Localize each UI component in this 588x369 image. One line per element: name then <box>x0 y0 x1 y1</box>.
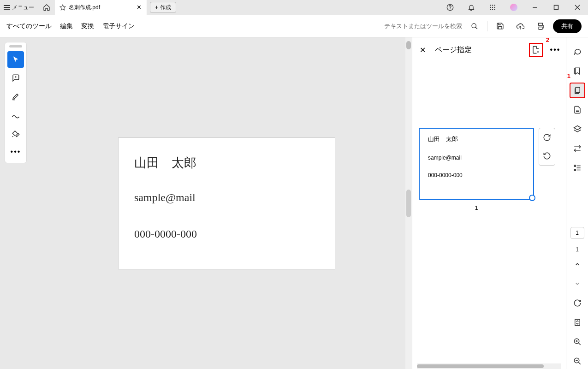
panel-header: ✕ ページ指定 2 ••• <box>412 37 566 62</box>
page-up-button[interactable] <box>570 256 585 272</box>
page-total-label: 1 <box>576 246 579 253</box>
edit-menu[interactable]: 編集 <box>60 22 73 30</box>
cloud-upload-button[interactable] <box>512 18 528 34</box>
layers-panel-button[interactable] <box>570 121 585 137</box>
rotate-ccw-icon <box>543 152 551 160</box>
titlebar: メニュー 名刺作成.pdf × + 作成 <box>0 0 588 15</box>
apps-button[interactable] <box>482 0 503 15</box>
canvas-area[interactable]: 山田 太郎 sample@mail 000-0000-000 <box>27 37 412 369</box>
print-button[interactable] <box>533 18 548 34</box>
svg-point-9 <box>490 9 491 10</box>
search-label[interactable]: テキストまたはツールを検索 <box>384 22 462 30</box>
toolbar: すべてのツール 編集 変換 電子サイン テキストまたはツールを検索 共有 <box>0 15 588 37</box>
draw-tool[interactable] <box>7 107 24 123</box>
svg-point-3 <box>490 5 491 6</box>
file-panel-button[interactable] <box>570 102 585 118</box>
svg-point-16 <box>472 24 476 28</box>
thumbnail-wrapper: 山田 太郎 sample@mail 000-0000-000 1 <box>419 128 559 211</box>
compare-panel-button[interactable] <box>570 141 585 156</box>
save-button[interactable] <box>492 18 508 34</box>
structure-icon <box>573 164 582 172</box>
menu-button[interactable]: メニュー <box>0 0 38 15</box>
page-thumbnail[interactable]: 山田 太郎 sample@mail 000-0000-000 <box>419 128 534 200</box>
toolbar-right: テキストまたはツールを検索 共有 <box>384 18 582 34</box>
scrollbar-thumb[interactable] <box>406 41 411 49</box>
fit-page-icon <box>573 318 582 327</box>
bell-icon <box>468 4 475 11</box>
search-button[interactable] <box>467 18 482 34</box>
page-thumbnails-button[interactable] <box>570 83 585 98</box>
cloud-upload-icon <box>516 22 524 30</box>
svg-point-6 <box>490 7 491 8</box>
hscroll-thumb[interactable] <box>417 364 544 368</box>
comment-icon <box>12 74 20 82</box>
document-page[interactable]: 山田 太郎 sample@mail 000-0000-000 <box>118 137 335 269</box>
bookmark-icon <box>573 67 582 75</box>
close-window-button[interactable] <box>567 0 588 15</box>
share-button[interactable]: 共有 <box>553 19 582 33</box>
file-icon <box>573 106 582 114</box>
tab-title: 名刺作成.pdf <box>69 4 100 12</box>
layers-icon <box>573 125 582 133</box>
annotation-1: 1 <box>567 72 570 79</box>
vertical-scrollbar[interactable] <box>405 37 412 369</box>
svg-rect-33 <box>574 169 576 171</box>
thumb-name: 山田 太郎 <box>428 135 525 143</box>
tab-close-button[interactable]: × <box>135 3 143 12</box>
zoom-in-button[interactable] <box>570 334 585 350</box>
account-button[interactable] <box>503 0 524 15</box>
sign-tool[interactable] <box>7 125 24 142</box>
thumb-phone: 000-0000-000 <box>428 172 525 179</box>
chevron-up-icon <box>574 261 581 268</box>
panel-title: ページ指定 <box>435 45 472 55</box>
rotate-cw-icon <box>543 133 551 142</box>
comments-icon <box>573 48 582 56</box>
insert-page-button[interactable] <box>529 43 543 57</box>
help-icon <box>446 4 454 11</box>
highlight-tool[interactable] <box>7 88 24 105</box>
more-tools[interactable]: ••• <box>7 143 24 160</box>
all-tools-menu[interactable]: すべてのツール <box>6 22 52 30</box>
svg-marker-29 <box>574 126 581 130</box>
esign-menu[interactable]: 電子サイン <box>102 22 135 30</box>
page-down-button[interactable] <box>570 276 585 292</box>
rotate-view-button[interactable] <box>570 295 585 311</box>
bookmarks-panel-button[interactable] <box>570 63 585 79</box>
pages-icon <box>573 86 582 95</box>
notifications-button[interactable] <box>461 0 482 15</box>
zoom-out-button[interactable] <box>570 353 585 369</box>
page-number-input[interactable]: 1 <box>570 227 584 239</box>
rotate-cw-button[interactable] <box>539 128 555 147</box>
close-icon <box>575 5 580 10</box>
pages-panel: ✕ ページ指定 2 ••• 山田 太郎 sample@mail 000-0000… <box>412 37 566 369</box>
svg-point-10 <box>492 9 493 10</box>
select-tool[interactable] <box>7 51 24 68</box>
comment-tool[interactable] <box>7 70 24 86</box>
convert-menu[interactable]: 変換 <box>81 22 94 30</box>
comments-panel-button[interactable] <box>570 44 585 60</box>
help-button[interactable] <box>440 0 461 15</box>
create-button[interactable]: + 作成 <box>150 2 176 13</box>
structure-panel-button[interactable] <box>570 160 585 176</box>
close-panel-button[interactable]: ✕ <box>416 44 429 56</box>
maximize-button[interactable] <box>546 0 567 15</box>
main-area: ••• 山田 太郎 sample@mail 000-0000-000 ✕ ページ… <box>0 37 588 369</box>
cursor-icon <box>12 55 20 64</box>
rotate-ccw-button[interactable] <box>539 147 555 165</box>
svg-line-43 <box>578 362 581 364</box>
left-toolbar: ••• <box>5 42 27 163</box>
svg-point-5 <box>494 5 495 6</box>
document-tab[interactable]: 名刺作成.pdf × <box>55 0 147 15</box>
fit-page-button[interactable] <box>570 315 585 330</box>
svg-rect-13 <box>554 6 558 10</box>
scrollbar-thumb-2[interactable] <box>406 190 411 217</box>
svg-point-7 <box>492 7 493 8</box>
minimize-button[interactable] <box>524 0 546 15</box>
chevron-down-icon <box>574 280 581 287</box>
drag-handle[interactable] <box>9 45 22 48</box>
apps-icon <box>489 4 496 11</box>
svg-rect-19 <box>539 27 542 29</box>
horizontal-scrollbar[interactable] <box>417 363 561 369</box>
home-button[interactable] <box>38 0 55 15</box>
panel-more-button[interactable]: ••• <box>548 43 562 57</box>
